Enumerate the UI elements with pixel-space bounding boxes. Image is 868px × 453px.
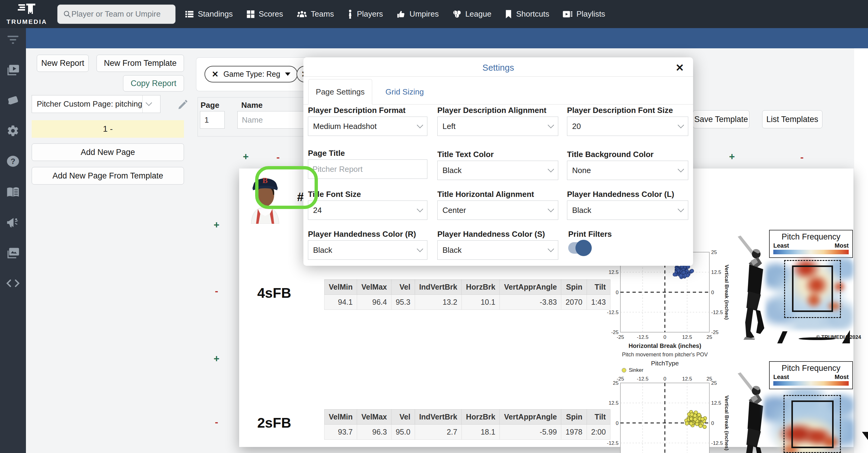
cards-icon[interactable] [6,95,20,108]
video-icon[interactable] [6,64,20,77]
strike-zone-box [792,265,833,312]
tab-grid-sizing[interactable]: Grid Sizing [385,79,424,105]
field-label-4: Title Text Color [437,150,494,159]
chip-close-icon[interactable]: ✕ [212,69,219,79]
add-new-page-button[interactable]: Add New Page [32,143,184,161]
select-player-handedness-color-l-[interactable]: Black [567,201,688,220]
save-template-button[interactable]: Save Template [693,110,749,129]
select-player-description-alignment[interactable]: Left [437,117,558,136]
svg-text:25: 25 [711,250,717,255]
close-icon[interactable]: ✕ [676,62,684,74]
select-value: 20 [572,122,581,131]
nav-item-players[interactable]: Players [347,9,383,19]
svg-text:-25: -25 [611,330,619,335]
field-label-10: Player Handedness Color (S) [437,229,545,239]
select-player-description-format[interactable]: Medium Headshot [308,117,427,136]
nav-item-shortcuts[interactable]: Shortcuts [504,9,549,19]
remove-row-button[interactable]: - [215,417,218,428]
report-select[interactable]: Pitcher Custom Page: pitching -... [32,95,160,113]
svg-text:25: 25 [613,380,619,386]
select-title-font-size[interactable]: 24 [308,201,427,220]
edit-pencil-icon[interactable] [177,99,188,111]
images-icon[interactable] [6,247,20,260]
select-title-background-color[interactable]: None [567,161,688,180]
select-title-text-color[interactable]: Black [437,161,558,180]
nav-item-scores[interactable]: Scores [246,9,283,19]
svg-text:-12.5: -12.5 [607,310,619,315]
svg-text:0: 0 [711,290,714,295]
global-search[interactable] [57,4,176,24]
nav-item-teams[interactable]: Teams [297,9,334,19]
page-title-input-field[interactable] [312,165,423,174]
select-player-handedness-color-s-[interactable]: Black [437,240,558,260]
chevron-down-icon [417,246,423,252]
field-label-0: Player Description Format [308,106,406,115]
legend-gradient [773,381,849,386]
page-title-input[interactable] [308,160,427,179]
filter-chip-game-type[interactable]: ✕ Game Type: Reg [205,66,298,82]
remove-row-button[interactable]: - [215,285,218,297]
table-cell: 93.7 [324,425,357,440]
page-name-input[interactable] [237,111,306,129]
page-list-item-1[interactable]: 1 - [32,120,184,138]
page-number-input[interactable]: 1 [200,111,225,129]
nav-item-umpires[interactable]: Umpires [396,9,439,19]
svg-text:?: ? [10,157,16,166]
search-input[interactable] [71,9,170,19]
gear-icon[interactable] [7,124,19,138]
nav-item-playlists[interactable]: Playlists [562,9,605,19]
add-row-button[interactable]: + [243,151,249,163]
new-report-button[interactable]: New Report [37,55,89,72]
nav-item-label: Shortcuts [516,9,549,19]
remove-row-button[interactable]: - [277,151,280,163]
select-value: Black [442,246,462,255]
watermark: © TRUMEDIA 2024 [816,334,861,340]
chevron-down-icon [548,246,554,252]
svg-text:25: 25 [711,380,717,386]
svg-text:0: 0 [616,420,619,426]
select-value: None [572,166,591,175]
list-templates-button[interactable]: List Templates [762,110,823,129]
chevron-down-icon [548,166,554,172]
add-row-button[interactable]: + [729,151,735,163]
book-icon[interactable] [6,187,20,199]
select-player-handedness-color-r-[interactable]: Black [308,240,427,260]
playlists-icon [562,10,573,19]
select-value: Center [442,206,466,215]
table-header: HorzBrk [462,409,500,425]
svg-text:Horizontal Break (inches): Horizontal Break (inches) [628,342,701,349]
field-label-6: Title Font Size [308,190,361,199]
table-header: IndVertBrk [415,409,461,425]
svg-text:12.5: 12.5 [682,376,692,382]
settings-modal: Settings ✕ Page Settings Grid Sizing Pla… [303,57,693,266]
megaphone-icon[interactable] [6,217,20,229]
new-from-template-button[interactable]: New From Template [96,55,184,72]
add-row-button[interactable]: + [214,219,219,231]
svg-text:-12.5: -12.5 [711,440,723,446]
chip-caret-icon [285,73,290,76]
brand-text: TRUMEDIA [7,18,48,25]
nav-item-standings[interactable]: Standings [185,9,233,19]
copy-report-button[interactable]: Copy Report [123,75,184,91]
select-title-horizontal-alignment[interactable]: Center [437,201,558,220]
code-icon[interactable] [6,278,20,290]
help-icon[interactable]: ? [6,155,20,169]
table-header: Spin [561,409,587,425]
select-player-description-font-size[interactable]: 20 [567,117,688,136]
legend-gradient [773,250,849,254]
remove-row-button[interactable]: - [801,151,804,163]
print-filters-toggle[interactable] [568,242,589,254]
table-cell: 94.1 [324,295,357,310]
trumedia-logo[interactable]: TRUMEDIA [0,0,54,28]
nav-item-league[interactable]: League [452,9,492,19]
filter-icon[interactable] [6,34,20,46]
svg-text:Pitch movement from pitcher's: Pitch movement from pitcher's POV [622,351,708,358]
chip-label: Game Type: Reg [223,70,280,79]
add-row-button[interactable]: + [214,353,219,365]
chevron-down-icon[interactable] [142,95,155,113]
page-name-input-field[interactable] [242,115,301,125]
blue-header-band [26,28,868,48]
legend-least: Least [773,242,789,249]
tab-page-settings[interactable]: Page Settings [308,79,372,105]
add-new-page-from-template-button[interactable]: Add New Page From Template [32,167,184,185]
